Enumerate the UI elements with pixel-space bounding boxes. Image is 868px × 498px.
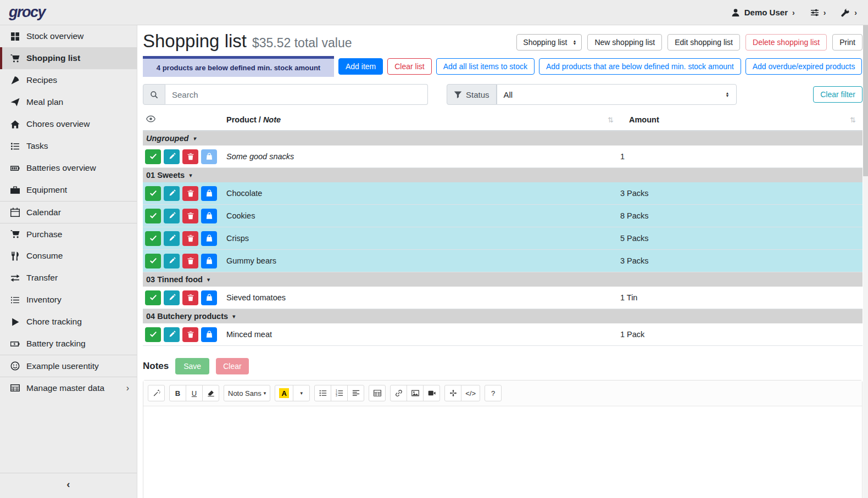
row-done-button[interactable] — [145, 186, 161, 201]
row-done-button[interactable] — [145, 209, 161, 223]
text-color-dropdown[interactable]: ▾ — [293, 385, 310, 401]
print-button[interactable]: Print — [832, 34, 863, 51]
add-all-to-stock-button[interactable]: Add all list items to stock — [436, 58, 535, 75]
add-item-button[interactable]: Add item — [338, 58, 383, 75]
shopping-list-select[interactable]: Shopping list — [516, 34, 582, 51]
sidebar-item-stock-overview[interactable]: Stock overview — [0, 25, 137, 47]
clear-formatting-button[interactable] — [202, 385, 219, 401]
edit-shopping-list-button[interactable]: Edit shopping list — [667, 34, 740, 51]
sidebar-item-batteries-overview[interactable]: Batteries overview — [0, 157, 137, 179]
row-done-button[interactable] — [145, 327, 161, 342]
new-shopping-list-button[interactable]: New shopping list — [587, 34, 662, 51]
insert-picture-button[interactable] — [407, 385, 424, 401]
row-add-to-stock-button[interactable] — [201, 149, 217, 164]
row-done-button[interactable] — [145, 290, 161, 305]
below-min-stock-alert[interactable]: 4 products are below defined min. stock … — [143, 56, 334, 77]
row-delete-button[interactable] — [182, 327, 198, 342]
group-header-sweets[interactable]: 01 Sweets ▾ — [143, 168, 863, 182]
sidebar-item-tasks[interactable]: Tasks — [0, 135, 137, 157]
row-delete-button[interactable] — [182, 231, 198, 246]
toggle-done-visibility-eye-icon[interactable] — [146, 114, 155, 124]
settings-menu[interactable]: › — [810, 8, 826, 17]
row-add-to-stock-button[interactable] — [201, 231, 217, 246]
row-edit-button[interactable] — [164, 186, 180, 201]
row-delete-button[interactable] — [182, 209, 198, 223]
clear-list-button[interactable]: Clear list — [387, 58, 431, 75]
sidebar-item-recipes[interactable]: Recipes — [0, 69, 137, 91]
row-add-to-stock-button[interactable] — [201, 327, 217, 342]
row-done-button[interactable] — [145, 254, 161, 268]
add-overdue-button[interactable]: Add overdue/expired products — [745, 58, 863, 75]
group-header-tinned-food[interactable]: 03 Tinned food ▾ — [143, 272, 863, 287]
sidebar-item-chore-tracking[interactable]: Chore tracking — [0, 311, 137, 333]
sidebar-item-equipment[interactable]: Equipment — [0, 179, 137, 201]
insert-link-button[interactable] — [390, 385, 407, 401]
group-header-ungrouped[interactable]: Ungrouped ▾ — [143, 131, 863, 146]
sidebar-item-inventory[interactable]: Inventory — [0, 289, 137, 311]
row-done-button[interactable] — [145, 231, 161, 246]
row-done-button[interactable] — [145, 149, 161, 164]
row-delete-button[interactable] — [182, 186, 198, 201]
code-view-button[interactable]: </> — [461, 385, 480, 401]
sidebar-item-meal-plan[interactable]: Meal plan — [0, 91, 137, 113]
sidebar-item-chores-overview[interactable]: Chores overview — [0, 113, 137, 135]
search-input[interactable] — [165, 84, 428, 105]
help-button[interactable]: ? — [485, 385, 502, 401]
column-product-note[interactable]: Product / Note ⇅ — [225, 115, 620, 124]
notes-save-button[interactable]: Save — [175, 358, 209, 374]
paragraph-align-button[interactable] — [347, 385, 364, 401]
bold-button[interactable]: B — [169, 385, 186, 401]
row-delete-button[interactable] — [182, 149, 198, 164]
user-menu[interactable]: Demo User › — [731, 8, 795, 17]
group-header-butchery-products[interactable]: 04 Butchery products ▾ — [143, 309, 863, 323]
row-add-to-stock-button[interactable] — [201, 209, 217, 223]
sidebar-item-shopping-list[interactable]: Shopping list — [0, 47, 137, 69]
status-filter-select[interactable]: All — [497, 84, 737, 105]
sidebar-item-battery-tracking[interactable]: Battery tracking — [0, 333, 137, 355]
sidebar-item-manage-master-data[interactable]: Manage master data › — [0, 377, 137, 399]
clear-filter-button[interactable]: Clear filter — [813, 86, 863, 103]
row-edit-button[interactable] — [164, 254, 180, 268]
underline-button[interactable]: U — [186, 385, 203, 401]
insert-video-button[interactable] — [423, 385, 440, 401]
row-edit-button[interactable] — [164, 290, 180, 305]
trash-icon — [187, 257, 194, 265]
sort-icon[interactable]: ⇅ — [850, 116, 856, 124]
row-add-to-stock-button[interactable] — [201, 254, 217, 268]
sidebar-item-purchase[interactable]: Purchase — [0, 223, 137, 245]
ordered-list-button[interactable] — [331, 385, 348, 401]
filter-funnel-icon — [454, 91, 462, 99]
fullscreen-button[interactable] — [444, 385, 461, 401]
vertical-scrollbar[interactable] — [863, 25, 868, 498]
magic-style-button[interactable] — [148, 385, 165, 401]
notes-clear-button[interactable]: Clear — [216, 358, 248, 374]
delete-shopping-list-button[interactable]: Delete shopping list — [745, 34, 827, 51]
sort-icon[interactable]: ⇅ — [608, 116, 614, 124]
sidebar-item-example-userentity[interactable]: Example userentity — [0, 355, 137, 377]
row-add-to-stock-button[interactable] — [201, 186, 217, 201]
unordered-list-button[interactable] — [314, 385, 331, 401]
notes-editor[interactable] — [143, 406, 862, 498]
row-delete-button[interactable] — [182, 254, 198, 268]
sidebar-collapse-button[interactable]: ‹ — [0, 473, 137, 495]
sidebar-item-consume[interactable]: Consume — [0, 245, 137, 267]
insert-table-button[interactable] — [369, 385, 386, 401]
row-edit-button[interactable] — [164, 209, 180, 223]
row-edit-button[interactable] — [164, 327, 180, 342]
admin-menu[interactable]: › — [841, 8, 857, 17]
row-edit-button[interactable] — [164, 231, 180, 246]
row-add-to-stock-button[interactable] — [201, 290, 217, 305]
product-name: Sieved tomatoes — [225, 293, 620, 302]
check-icon — [149, 234, 157, 242]
check-icon — [149, 212, 157, 220]
text-color-button[interactable]: A — [275, 385, 293, 401]
scrollbar-thumb[interactable] — [863, 25, 868, 176]
edit-pencil-icon — [168, 294, 176, 301]
add-below-min-stock-button[interactable]: Add products that are below defined min.… — [539, 58, 741, 75]
column-amount[interactable]: Amount ⇅ — [620, 115, 863, 124]
row-edit-button[interactable] — [164, 149, 180, 164]
sidebar-item-transfer[interactable]: Transfer — [0, 267, 137, 289]
sidebar-item-calendar[interactable]: Calendar — [0, 201, 137, 223]
font-family-select[interactable]: Noto Sans ▾ — [224, 385, 270, 401]
row-delete-button[interactable] — [182, 290, 198, 305]
